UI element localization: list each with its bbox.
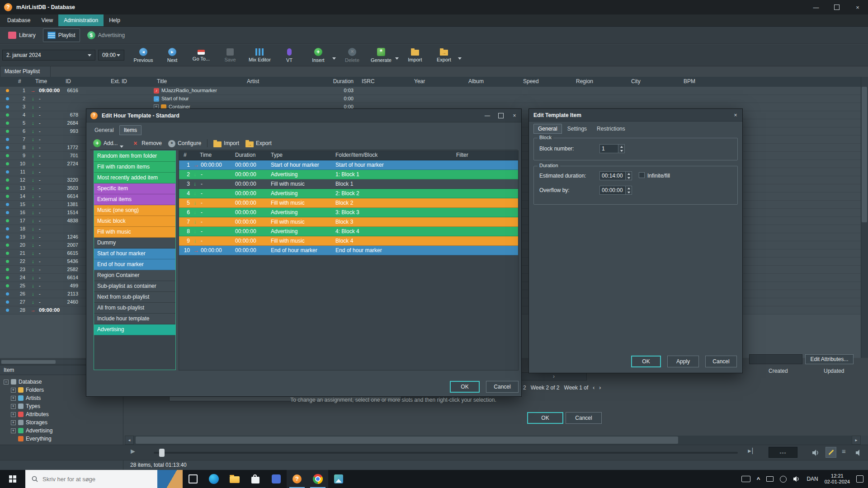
expander-icon[interactable]: + (11, 412, 16, 417)
template-row[interactable]: 1→00:00:0000:00:00Start of hour markerSt… (179, 160, 518, 170)
palette-item-music-block[interactable]: Music block (94, 216, 175, 227)
toolbar-previous-button[interactable]: ◄Previous (129, 45, 157, 65)
dialog-export-button[interactable]: →Export (242, 137, 275, 149)
tab-items[interactable]: Items (119, 125, 142, 135)
dropdown-arrow-icon[interactable] (332, 57, 336, 60)
tab-general[interactable]: General (90, 125, 118, 135)
dialog-import-button[interactable]: Import (210, 137, 242, 149)
search-input[interactable] (42, 475, 143, 483)
week-prev-icon[interactable]: ‹ (593, 385, 594, 391)
tree-node-attributes[interactable]: +Attributes (4, 410, 121, 418)
minimize-button[interactable]: — (481, 109, 494, 122)
background-ok-button[interactable]: OK (527, 412, 563, 424)
volume-icon[interactable] (793, 476, 800, 482)
dropdown-arrow-icon[interactable] (395, 57, 399, 60)
touch-keyboard-icon[interactable] (741, 476, 750, 482)
taskbar-task-view-button[interactable] (183, 470, 203, 488)
toolbar-next-button[interactable]: ►Next (158, 45, 186, 65)
palette-item-external-items[interactable]: External items (94, 194, 175, 205)
expander-icon[interactable]: + (11, 404, 16, 409)
expander-icon[interactable]: + (11, 388, 16, 393)
menu-item-view[interactable]: View (36, 14, 58, 26)
column-header-filter[interactable]: Filter (456, 151, 468, 160)
background-cancel-button[interactable]: Cancel (566, 412, 602, 424)
palette-item-dummy[interactable]: Dummy (94, 238, 175, 249)
column-header-year[interactable]: Year (414, 77, 425, 86)
toolbar-generate-button[interactable]: *Generate (367, 45, 395, 65)
ribbon-library-button[interactable]: Library (4, 28, 40, 42)
skip-to-end-icon[interactable]: ►▏ (747, 448, 756, 454)
playlist-row[interactable]: 2↓-→Start of hour0:00 (0, 95, 861, 103)
palette-item-all-from-sub-playlist[interactable]: All from sub-playlist (94, 303, 175, 314)
tree-node-storages[interactable]: +Storages (4, 418, 121, 427)
close-button[interactable]: × (847, 0, 868, 14)
hour-select[interactable]: 09:00 (98, 50, 124, 61)
seek-track[interactable] (154, 452, 738, 454)
column-header-artist[interactable]: Artist (247, 77, 259, 86)
scrollbar-thumb[interactable] (1, 360, 56, 364)
palette-item-sub-playlist-as-container[interactable]: Sub-playlist as container (94, 281, 175, 292)
column-header-time[interactable]: Time (200, 151, 212, 160)
chevron-up-icon[interactable]: ^ (757, 476, 760, 483)
template-row[interactable]: 5↓-00:00:00Fill with musicBlock 2 (179, 198, 518, 208)
scroll-right-icon[interactable]: ► (852, 436, 861, 445)
taskbar-chrome-button[interactable] (307, 470, 328, 488)
template-row[interactable]: 3↓-00:00:00Fill with musicBlock 1 (179, 179, 518, 189)
toolbar-go-to-button[interactable]: Go To... (187, 45, 215, 65)
infinite-fill-checkbox[interactable] (639, 172, 645, 178)
block-number-input[interactable] (599, 144, 618, 153)
expander-icon[interactable]: + (11, 428, 16, 433)
column-header-title[interactable]: Title (157, 77, 167, 86)
week-next-icon[interactable]: › (599, 385, 601, 391)
cancel-button[interactable]: Cancel (705, 356, 737, 367)
taskbar-store-button[interactable] (245, 470, 266, 488)
maximize-button[interactable] (494, 109, 508, 122)
start-button[interactable] (0, 470, 25, 488)
overflow-by-stepper[interactable] (626, 186, 632, 195)
dialog-add-button[interactable]: +Add... (90, 137, 128, 149)
palette-item-specific-item[interactable]: Specific item (94, 183, 175, 194)
column-header-city[interactable]: City (631, 77, 641, 86)
palette-item-music-one-song[interactable]: Music (one song) (94, 205, 175, 216)
vertical-scrollbar-thumb[interactable] (862, 87, 867, 222)
expander-icon[interactable]: + (11, 420, 16, 425)
ok-button[interactable]: OK (450, 381, 480, 393)
ribbon-advertising-button[interactable]: $Advertising (83, 28, 129, 42)
cancel-button[interactable]: Cancel (486, 381, 519, 393)
template-row[interactable]: 9↓-00:00:00Fill with musicBlock 4 (179, 236, 518, 246)
dropdown-arrow-icon[interactable] (458, 57, 462, 60)
palette-item-next-from-sub-playlist[interactable]: Next from sub-playlist (94, 292, 175, 303)
close-button[interactable]: × (508, 109, 521, 122)
toolbar-save-button[interactable]: Save (216, 45, 244, 65)
seek-handle[interactable] (159, 449, 165, 457)
tab-restrictions[interactable]: Restrictions (592, 124, 630, 134)
attributes-field[interactable] (749, 354, 802, 364)
column-header-duration[interactable]: Duration (235, 151, 255, 160)
toolbar-delete-button[interactable]: ×Delete (338, 45, 366, 65)
palette-item-include-hour-template[interactable]: Include hour template (94, 314, 175, 324)
estimated-duration-input[interactable] (599, 171, 626, 180)
network-icon[interactable] (780, 476, 787, 483)
column-header-bpm[interactable]: BPM (684, 77, 695, 86)
action-center-icon[interactable] (856, 475, 863, 483)
column-header-speed[interactable]: Speed (523, 77, 539, 86)
column-header-ext-id[interactable]: Ext. ID (111, 77, 127, 86)
list-icon[interactable]: ≡ (842, 447, 846, 455)
palette-item-end-of-hour-marker[interactable]: End of hour marker (94, 259, 175, 270)
date-select[interactable]: 2. januar 2024 (2, 50, 95, 61)
taskbar-search[interactable] (25, 470, 183, 488)
language-indicator[interactable]: DAN (807, 476, 818, 482)
palette-item-advertising[interactable]: Advertising (94, 324, 175, 335)
column-header-time[interactable]: Time (35, 77, 47, 86)
dialog-configure-button[interactable]: *Configure (165, 137, 204, 149)
horizontal-scrollbar[interactable] (125, 436, 861, 445)
column-header-[interactable]: # (18, 77, 21, 86)
palette-item-most-recently-added-item[interactable]: Most recently added item (94, 173, 175, 183)
playlist-row[interactable]: 1→09:00:006616♪MJazzRadio_hourmarker0:03 (0, 87, 861, 95)
toolbar-export-button[interactable]: →Export (430, 45, 458, 65)
toolbar-vt-button[interactable]: VT (275, 45, 303, 65)
taskbar-edge-button[interactable] (203, 470, 224, 488)
toolbar-mix-editor-button[interactable]: Mix Editor (245, 45, 274, 65)
collapse-icon[interactable]: − (4, 380, 9, 385)
play-button[interactable]: ► (129, 447, 137, 455)
